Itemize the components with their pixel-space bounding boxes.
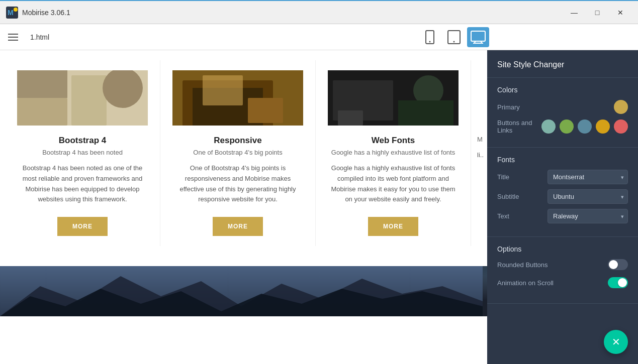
svg-rect-12 [17, 98, 67, 126]
card-webfonts-title: Web Fonts [328, 136, 459, 146]
text-font-row: Text Raleway Montserrat Ubuntu Roboto [497, 209, 628, 223]
card-bootstrap: Bootstrap 4 Bootstrap 4 has been noted B… [5, 60, 160, 246]
swatch-0[interactable] [541, 119, 556, 134]
landscape-section [0, 266, 487, 316]
text-font-label: Text [497, 212, 527, 220]
cards-section: Bootstrap 4 Bootstrap 4 has been noted B… [0, 50, 487, 266]
tablet-icon [447, 30, 461, 44]
swatch-4[interactable] [614, 119, 628, 134]
swatch-3[interactable] [596, 119, 610, 134]
rounded-buttons-row: Rounded Buttons [497, 259, 628, 270]
card-bootstrap-more-button[interactable]: MORE [57, 217, 108, 236]
card-responsive-text: One of Bootstrap 4's big points is respo… [172, 163, 303, 205]
buttons-links-color-row: Buttons and Links [497, 119, 628, 134]
card-bootstrap-title: Bootstrap 4 [17, 136, 148, 146]
colors-section-title: Colors [497, 86, 628, 94]
rounded-buttons-thumb [609, 260, 618, 269]
title-font-select[interactable]: Montserrat Ubuntu Raleway Roboto [548, 170, 628, 184]
rounded-buttons-label: Rounded Buttons [497, 261, 548, 269]
options-section: Options Rounded Buttons Animation on Scr… [487, 237, 638, 304]
maximize-button[interactable]: □ [586, 1, 609, 25]
card-bootstrap-text: Bootstrap 4 has been noted as one of the… [17, 163, 148, 205]
card-responsive-subtitle: One of Bootstrap 4's big points [172, 149, 303, 156]
title-font-select-wrapper: Montserrat Ubuntu Raleway Roboto [548, 170, 628, 184]
canvas[interactable]: Bootstrap 4 Bootstrap 4 has been noted B… [0, 50, 487, 364]
close-button[interactable]: ✕ [609, 1, 632, 25]
fonts-section: Fonts Title Montserrat Ubuntu Raleway Ro… [487, 148, 638, 237]
fab-button[interactable]: ✕ [604, 330, 628, 354]
hamburger-menu[interactable] [8, 34, 18, 41]
mobile-icon [425, 30, 435, 44]
title-font-label: Title [497, 173, 527, 181]
subtitle-font-select[interactable]: Ubuntu Montserrat Raleway Roboto [548, 189, 628, 204]
fab-icon: ✕ [612, 336, 620, 348]
colors-section: Colors Primary Buttons and Links [487, 78, 638, 148]
svg-rect-19 [203, 75, 243, 105]
animation-scroll-label: Animation on Scroll [497, 279, 554, 287]
animation-scroll-toggle[interactable] [608, 277, 628, 288]
text-font-select-wrapper: Raleway Montserrat Ubuntu Roboto [548, 209, 628, 223]
tablet-view-button[interactable] [443, 27, 465, 47]
minimize-button[interactable]: — [563, 1, 586, 25]
svg-point-6 [453, 41, 455, 42]
title-font-row: Title Montserrat Ubuntu Raleway Roboto [497, 170, 628, 184]
options-section-title: Options [497, 245, 628, 253]
title-bar: M Mobirise 3.06.1 — □ ✕ [0, 0, 638, 24]
subtitle-font-label: Subtitle [497, 193, 527, 200]
file-name: 1.html [30, 33, 411, 41]
svg-point-4 [429, 41, 431, 42]
canvas-scroll[interactable]: Bootstrap 4 Bootstrap 4 has been noted B… [0, 50, 487, 364]
primary-color-row: Primary [497, 100, 628, 114]
card-webfonts-image [328, 70, 459, 126]
device-buttons [419, 27, 489, 47]
sidebar-header: Site Style Changer [487, 50, 638, 78]
title-bar-left: M Mobirise 3.06.1 [6, 7, 70, 19]
svg-rect-14 [71, 75, 107, 126]
card-responsive-title: Responsive [172, 136, 303, 146]
card-bootstrap-subtitle: Bootstrap 4 has been noted [17, 149, 148, 156]
sidebar: Site Style Changer Colors Primary Button… [487, 50, 638, 364]
card-responsive-image [172, 70, 303, 126]
swatch-1[interactable] [560, 119, 574, 134]
text-font-select[interactable]: Raleway Montserrat Ubuntu Roboto [548, 209, 628, 223]
fonts-section-title: Fonts [497, 156, 628, 164]
desktop-view-button[interactable] [467, 27, 489, 47]
subtitle-font-select-wrapper: Ubuntu Montserrat Raleway Roboto [548, 189, 628, 204]
sidebar-title: Site Style Changer [497, 60, 564, 69]
swatch-2[interactable] [578, 119, 592, 134]
card-partial: M... li... [471, 60, 483, 246]
title-bar-controls: — □ ✕ [563, 1, 632, 25]
main-area: Bootstrap 4 Bootstrap 4 has been noted B… [0, 50, 638, 364]
app-logo-icon: M [6, 7, 18, 19]
mobile-view-button[interactable] [419, 27, 441, 47]
card-webfonts-more-button[interactable]: MORE [368, 217, 418, 236]
app-title: Mobirise 3.06.1 [22, 9, 70, 17]
buttons-links-swatches [541, 119, 628, 134]
buttons-links-label: Buttons and Links [497, 119, 541, 134]
card-responsive-more-button[interactable]: MORE [213, 217, 263, 236]
card-bootstrap-image [17, 70, 148, 126]
svg-rect-24 [398, 100, 453, 126]
desktop-icon [471, 31, 486, 44]
svg-point-2 [14, 8, 18, 12]
card-webfonts-text: Google has a highly exhaustive list of f… [328, 163, 459, 205]
svg-rect-25 [338, 110, 363, 126]
card-webfonts: Web Fonts Google has a highly exhaustive… [316, 60, 471, 246]
animation-scroll-row: Animation on Scroll [497, 277, 628, 288]
rounded-buttons-toggle[interactable] [608, 259, 628, 270]
animation-scroll-thumb [618, 278, 627, 287]
svg-text:M: M [8, 9, 14, 17]
primary-color-label: Primary [497, 103, 520, 111]
toolbar: 1.html [0, 24, 638, 50]
svg-rect-7 [471, 31, 485, 41]
card-responsive: Responsive One of Bootstrap 4's big poin… [160, 60, 316, 246]
primary-color-swatch[interactable] [614, 100, 628, 114]
svg-rect-20 [248, 98, 283, 123]
svg-rect-13 [17, 70, 67, 98]
card-webfonts-subtitle: Google has a highly exhaustive list of f… [328, 149, 459, 156]
subtitle-font-row: Subtitle Ubuntu Montserrat Raleway Robot… [497, 189, 628, 204]
